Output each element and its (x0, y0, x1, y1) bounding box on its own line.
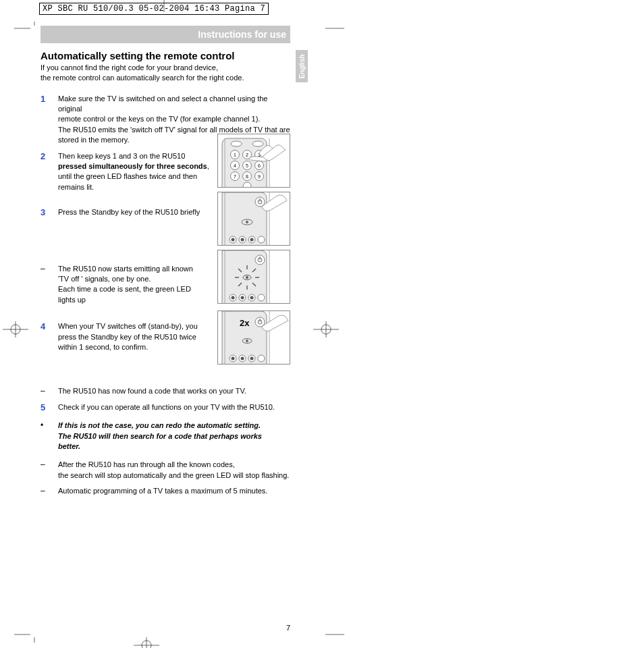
svg-point-45 (241, 238, 244, 242)
svg-point-53 (246, 276, 248, 279)
svg-point-67 (250, 296, 254, 300)
step-5: 5 Check if you can operate all functions… (41, 402, 290, 412)
print-header-info: XP SBC RU 510/00.3 05-02-2004 16:43 Pagi… (39, 3, 269, 15)
svg-text:1: 1 (234, 153, 236, 157)
page-number: 7 (286, 624, 290, 632)
step-number: 2 (41, 151, 58, 161)
language-tab-label: English (298, 54, 306, 78)
svg-point-43 (232, 238, 235, 242)
step-text: After the RU510 has run through all the … (58, 460, 290, 481)
svg-text:5: 5 (246, 163, 248, 168)
dash-mark: – (41, 486, 58, 495)
svg-point-73 (246, 340, 248, 342)
svg-text:8: 8 (246, 174, 248, 179)
svg-point-36 (243, 182, 251, 188)
svg-point-68 (258, 294, 265, 301)
svg-point-48 (258, 236, 265, 243)
remote-standby-2x-icon: 2x (218, 311, 290, 364)
note-found: – The RU510 has now found a code that wo… (41, 386, 290, 396)
svg-point-41 (246, 221, 248, 223)
page-heading: Automatically setting the remote control (41, 50, 290, 61)
svg-text:2: 2 (246, 153, 248, 157)
note-maxtime: – Automatic programming of a TV takes a … (41, 486, 290, 496)
step-number: 3 (41, 207, 58, 217)
step-text: Check if you can operate all functions o… (58, 402, 290, 412)
svg-point-16 (231, 141, 242, 146)
svg-point-65 (241, 296, 244, 300)
dash-mark: – (41, 460, 58, 469)
step-number: 4 (41, 321, 58, 331)
svg-point-17 (252, 141, 263, 146)
svg-point-80 (258, 355, 265, 362)
svg-text:4: 4 (234, 163, 236, 168)
svg-point-79 (250, 357, 254, 360)
figure-1: 1 2 3 4 5 6 7 8 9 (217, 134, 290, 188)
figure-4: 2x (217, 310, 290, 364)
svg-point-63 (232, 296, 235, 300)
svg-text:7: 7 (234, 174, 236, 179)
note-runthrough: – After the RU510 has run through all th… (41, 460, 290, 481)
figure-3 (217, 250, 290, 304)
dash-mark: – (41, 264, 58, 273)
svg-point-75 (232, 357, 235, 360)
step-text: Automatic programming of a TV takes a ma… (58, 486, 290, 496)
intro-line: If you cannot find the right code for yo… (41, 63, 218, 72)
dash-mark: – (41, 386, 58, 396)
svg-point-77 (241, 357, 244, 360)
remote-led-flash-icon (218, 250, 290, 304)
svg-point-47 (250, 238, 254, 242)
step-number: 5 (41, 402, 58, 412)
intro-line: the remote control can automatically sea… (41, 74, 244, 82)
step-text: If this is not the case, you can redo th… (58, 421, 290, 452)
intro-text: If you cannot find the right code for yo… (41, 63, 290, 83)
figure-4-label: 2x (240, 318, 250, 328)
section-title-band: Instructions for use (41, 26, 290, 43)
step-number: 1 (41, 94, 58, 104)
section-title: Instructions for use (198, 29, 286, 40)
remote-keypad-icon: 1 2 3 4 5 6 7 8 9 (218, 134, 290, 188)
svg-text:9: 9 (258, 174, 261, 179)
bullet-note: • If this is not the case, you can redo … (41, 421, 290, 452)
step-text: The RU510 has now found a code that work… (58, 386, 290, 396)
bullet-mark: • (41, 421, 58, 430)
language-tab: English (296, 50, 308, 82)
remote-standby-press-icon (218, 192, 290, 246)
figure-2 (217, 192, 290, 246)
svg-text:6: 6 (258, 163, 261, 168)
